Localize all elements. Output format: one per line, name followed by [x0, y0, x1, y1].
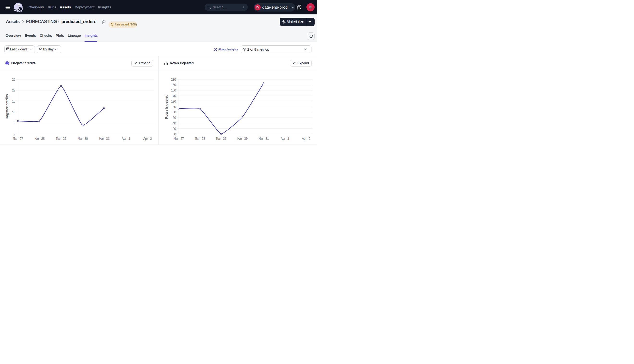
svg-text:200: 200 [171, 78, 176, 82]
svg-text:Mar 28: Mar 28 [34, 137, 45, 141]
svg-text:5: 5 [14, 122, 15, 125]
svg-text:100: 100 [171, 105, 176, 109]
svg-text:180: 180 [171, 83, 176, 87]
svg-text:60: 60 [172, 116, 176, 120]
svg-text:160: 160 [171, 88, 176, 92]
svg-text:Mar 29: Mar 29 [56, 137, 66, 141]
svg-text:140: 140 [171, 94, 176, 98]
svg-text:Mar 28: Mar 28 [195, 137, 205, 141]
svg-text:Mar 27: Mar 27 [13, 137, 23, 141]
svg-text:20: 20 [172, 127, 176, 131]
svg-text:Mar 29: Mar 29 [216, 137, 226, 141]
svg-text:0: 0 [14, 132, 15, 136]
svg-text:10: 10 [12, 110, 15, 114]
svg-text:Mar 31: Mar 31 [99, 137, 110, 141]
svg-text:20: 20 [12, 88, 15, 92]
svg-text:Mar 30: Mar 30 [237, 137, 248, 141]
svg-text:Rows Ingested: Rows Ingested [164, 94, 168, 119]
svg-text:40: 40 [172, 122, 176, 125]
svg-text:25: 25 [12, 78, 15, 82]
svg-text:15: 15 [12, 100, 15, 104]
svg-text:Mar 27: Mar 27 [174, 137, 184, 141]
svg-text:Apr 2: Apr 2 [143, 137, 152, 141]
svg-text:80: 80 [172, 110, 176, 114]
svg-text:120: 120 [171, 100, 176, 104]
svg-text:Mar 31: Mar 31 [259, 137, 269, 141]
svg-text:Apr 2: Apr 2 [302, 137, 310, 141]
svg-text:Mar 30: Mar 30 [78, 137, 88, 141]
svg-text:0: 0 [174, 132, 176, 136]
svg-text:Apr 1: Apr 1 [122, 137, 130, 141]
svg-text:Apr 1: Apr 1 [281, 137, 290, 141]
svg-text:Dagster credits: Dagster credits [5, 94, 9, 119]
